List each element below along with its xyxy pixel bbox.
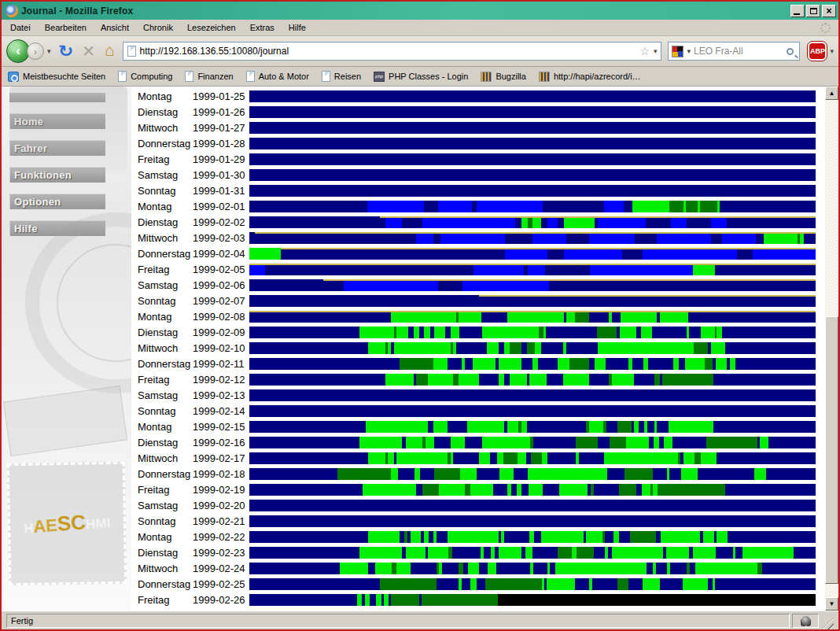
timeline-segment <box>249 531 368 543</box>
timeline-segment <box>490 452 497 464</box>
menu-ansicht[interactable]: Ansicht <box>95 21 134 34</box>
sidebar-item-optionen[interactable]: Optionen <box>9 194 105 209</box>
timeline-segment <box>622 248 642 260</box>
timeline-segment <box>598 216 646 228</box>
search-engine-dropdown-icon[interactable]: ▾ <box>687 47 691 55</box>
timeline-segment <box>525 547 532 559</box>
timeline-segment <box>598 342 694 354</box>
vertical-scrollbar[interactable]: ▲ ▼ <box>825 87 838 611</box>
timeline-segment <box>249 106 816 118</box>
history-dropdown-icon[interactable]: ▾ <box>47 47 51 55</box>
timeline-segment <box>656 563 667 574</box>
scroll-down-arrow[interactable]: ▼ <box>825 597 838 611</box>
close-button[interactable]: × <box>822 5 836 17</box>
date-label: 1999-02-24 <box>193 563 248 574</box>
date-label: 1999-01-27 <box>193 122 248 134</box>
menu-extras[interactable]: Extras <box>245 21 280 34</box>
bookmark-finanzen[interactable]: Finanzen <box>185 71 233 82</box>
timeline-segment <box>652 327 686 338</box>
timeline-segment <box>249 279 344 291</box>
timeline-segment <box>643 248 737 260</box>
journal-row: Montag1999-01-25 <box>131 88 825 104</box>
scroll-up-arrow[interactable]: ▲ <box>825 87 838 100</box>
status-addon-panel[interactable] <box>792 614 819 628</box>
minimize-button[interactable] <box>790 5 805 17</box>
maximize-button[interactable] <box>806 5 820 17</box>
timeline-segment <box>566 232 589 244</box>
journal-row: Donnerstag1999-02-18 <box>131 466 825 482</box>
timeline-segment <box>406 547 426 559</box>
journal-row: Donnerstag1999-01-28 <box>131 135 825 151</box>
timeline-segment <box>367 201 424 212</box>
timeline-segment <box>249 342 368 354</box>
timeline-segment <box>658 484 725 496</box>
timeline-segment <box>612 547 663 559</box>
bookmark-reisen[interactable]: Reisen <box>322 71 361 82</box>
timeline-segment <box>249 358 400 370</box>
timeline-segment <box>533 563 547 574</box>
reload-button[interactable]: ↻ <box>58 43 73 59</box>
timeline-topline-marker <box>323 279 816 281</box>
timeline-segment <box>624 468 653 480</box>
timeline-segment <box>504 531 529 543</box>
adblock-plus-icon[interactable]: ABP <box>808 42 827 61</box>
timeline-segment <box>735 358 816 370</box>
timeline-segment <box>422 216 516 228</box>
date-label: 1999-02-16 <box>193 437 248 448</box>
url-bar[interactable]: http://192.168.136.55:10080/journal ☆ ▾ <box>123 42 662 61</box>
search-bar[interactable]: ▾ LEO Fra-All <box>668 42 800 61</box>
date-label: 1999-02-14 <box>193 405 248 417</box>
timeline-segment <box>605 531 613 543</box>
bookmark-bugzilla[interactable]: Bugzilla <box>481 72 526 82</box>
menu-chronik[interactable]: Chronik <box>138 21 179 34</box>
day-label: Montag <box>138 531 193 543</box>
timeline-segment <box>337 468 391 480</box>
timeline-segment <box>521 358 532 370</box>
timeline-topline-marker <box>249 264 816 265</box>
adblock-dropdown-icon[interactable]: ▾ <box>830 47 834 55</box>
bookmark-meistbesuchte-seiten[interactable]: Meistbesuchte Seiten <box>8 72 105 82</box>
throbber-icon <box>820 23 831 33</box>
bug-icon[interactable] <box>801 616 810 625</box>
date-label: 1999-02-19 <box>193 484 248 496</box>
timeline-segment <box>527 342 536 354</box>
stop-button[interactable]: ✕ <box>82 42 95 61</box>
url-dropdown-icon[interactable]: ▾ <box>654 47 658 55</box>
menu-hilfe[interactable]: Hilfe <box>283 21 311 34</box>
timeline-segment <box>359 547 402 559</box>
day-timeline-bar <box>249 500 816 511</box>
timeline-segment <box>597 327 617 338</box>
day-timeline-bar <box>249 327 816 338</box>
timeline-segment <box>396 327 407 338</box>
date-label: 1999-02-08 <box>193 311 248 323</box>
timeline-segment <box>482 437 530 448</box>
timeline-segment <box>477 578 485 590</box>
search-input[interactable]: LEO Fra-All <box>694 46 783 57</box>
forward-button[interactable]: › <box>27 42 44 60</box>
timeline-segment <box>391 311 456 323</box>
bookmark-star-icon[interactable]: ☆ <box>639 45 650 57</box>
search-magnifier-icon[interactable] <box>787 48 794 55</box>
timeline-segment <box>728 531 816 543</box>
bookmark-auto-motor[interactable]: Auto & Motor <box>246 71 309 82</box>
timeline-segment <box>518 452 526 464</box>
bookmark-php-classes[interactable]: phpPHP Classes - Login <box>374 72 468 82</box>
bookmark-computing[interactable]: Computing <box>118 71 172 82</box>
timeline-segment <box>547 452 576 464</box>
menu-datei[interactable]: Datei <box>5 21 36 34</box>
scrollbar-thumb[interactable] <box>825 316 838 584</box>
timeline-segment <box>462 279 549 291</box>
resize-grip[interactable] <box>822 618 834 629</box>
menu-lesezeichen[interactable]: Lesezeichen <box>182 21 241 34</box>
home-button[interactable]: ⌂ <box>105 41 115 60</box>
journal-row: Freitag1999-01-29 <box>131 151 825 167</box>
timeline-segment <box>396 452 448 464</box>
url-text[interactable]: http://192.168.136.55:10080/journal <box>140 46 636 57</box>
timeline-segment <box>541 531 584 543</box>
search-engine-leo-icon[interactable] <box>672 46 683 57</box>
menu-bearbeiten[interactable]: Bearbeiten <box>39 21 92 34</box>
day-timeline-bar <box>249 90 816 102</box>
date-label: 1999-02-13 <box>193 389 248 401</box>
bookmark-hapi-azrecord[interactable]: http://hapi/azrecord/i… <box>539 72 641 82</box>
timeline-segment <box>671 216 687 228</box>
